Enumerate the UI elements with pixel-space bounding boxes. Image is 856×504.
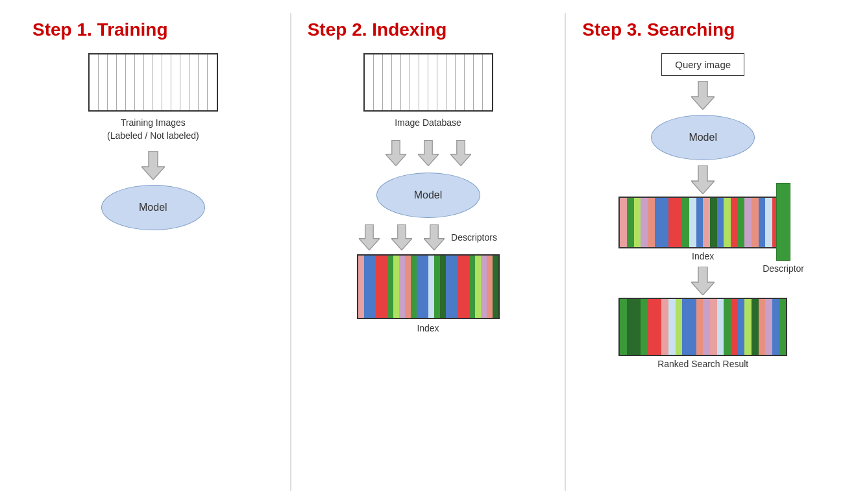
image-database-grid [363, 53, 493, 112]
step2-model-ellipse: Model [376, 173, 480, 218]
arrow-down-1 [141, 151, 165, 180]
svg-marker-9 [691, 267, 715, 295]
step3-title: Step 3. Searching [582, 19, 735, 40]
training-images-caption: Training Images(Labeled / Not labeled) [107, 117, 199, 142]
svg-marker-2 [418, 140, 439, 165]
descriptors-label: Descriptors [451, 232, 497, 243]
image-database-caption: Image Database [395, 117, 461, 130]
descriptor-bar [776, 183, 790, 261]
svg-marker-5 [391, 224, 412, 250]
svg-marker-3 [450, 140, 471, 165]
divider-1-2 [290, 13, 291, 491]
step3-index-bars [618, 197, 787, 248]
ranked-result-bars [618, 298, 787, 356]
step2-column: Step 2. Indexing Image Database Model [295, 13, 562, 491]
svg-marker-4 [359, 224, 380, 250]
step3-model-label: Model [689, 132, 717, 143]
query-image-label: Query image [675, 59, 731, 70]
descriptor-side: Descriptor [763, 183, 804, 274]
svg-marker-8 [691, 165, 715, 194]
step1-column: Step 1. Training Training Images(Labeled… [19, 13, 287, 491]
step1-model-label: Model [139, 202, 167, 213]
svg-marker-0 [141, 151, 165, 180]
query-image-box: Query image [661, 53, 744, 76]
ranked-label: Ranked Search Result [657, 359, 748, 369]
descriptors-arrows-row: Descriptors [359, 224, 497, 250]
arrow-down-2c [450, 140, 471, 166]
step3-column: Step 3. Searching Query image Model Desc… [569, 13, 837, 491]
arrow-down-q2 [691, 165, 715, 194]
step3-index-label: Index [692, 251, 714, 261]
arrow-down-q3 [691, 267, 715, 295]
step1-model-ellipse: Model [101, 185, 205, 230]
main-diagram: Step 1. Training Training Images(Labeled… [0, 0, 856, 504]
step3-content: Query image Model Descriptor Index [582, 53, 824, 372]
step1-title: Step 1. Training [32, 19, 167, 40]
three-arrows-descriptors [359, 224, 445, 250]
step2-model-label: Model [414, 189, 443, 201]
arrow-down-3b [391, 224, 412, 250]
svg-marker-1 [385, 140, 406, 165]
three-arrows-indexing [385, 140, 471, 166]
step2-title: Step 2. Indexing [308, 19, 447, 40]
svg-marker-7 [691, 81, 715, 110]
training-images-grid [88, 53, 218, 112]
svg-marker-6 [424, 224, 445, 250]
step3-model-ellipse: Model [651, 115, 755, 160]
arrow-down-2b [418, 140, 439, 166]
arrow-down-3c [424, 224, 445, 250]
divider-2-3 [565, 13, 566, 491]
arrow-down-q1 [691, 81, 715, 110]
arrow-down-2a [385, 140, 406, 166]
arrow-down-3a [359, 224, 380, 250]
step2-index-bars [357, 254, 500, 319]
descriptor-label: Descriptor [763, 263, 804, 274]
step2-index-label: Index [417, 323, 439, 333]
